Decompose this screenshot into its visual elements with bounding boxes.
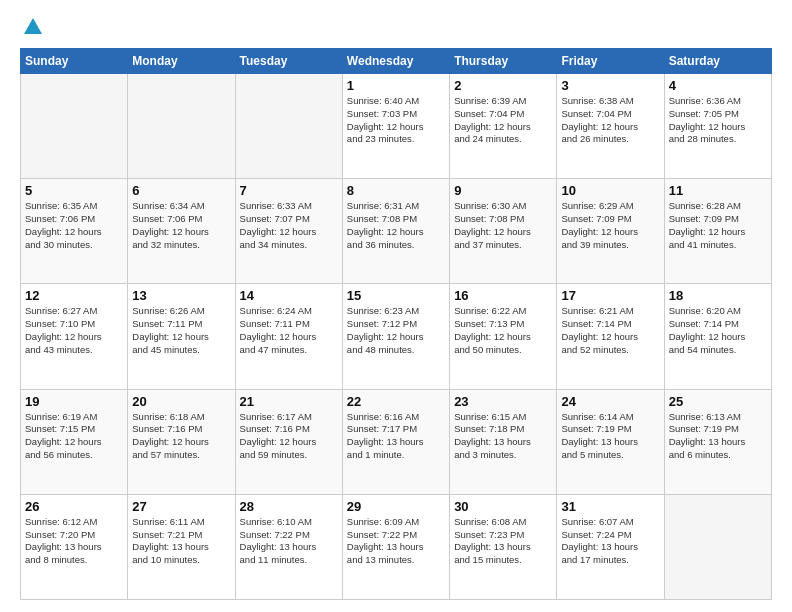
cell-text: Sunrise: 6:18 AM Sunset: 7:16 PM Dayligh… bbox=[132, 411, 230, 462]
day-number: 21 bbox=[240, 394, 338, 409]
calendar-cell: 28Sunrise: 6:10 AM Sunset: 7:22 PM Dayli… bbox=[235, 494, 342, 599]
calendar-cell: 4Sunrise: 6:36 AM Sunset: 7:05 PM Daylig… bbox=[664, 74, 771, 179]
calendar-day-header: Monday bbox=[128, 49, 235, 74]
calendar-cell: 30Sunrise: 6:08 AM Sunset: 7:23 PM Dayli… bbox=[450, 494, 557, 599]
day-number: 24 bbox=[561, 394, 659, 409]
calendar-cell: 29Sunrise: 6:09 AM Sunset: 7:22 PM Dayli… bbox=[342, 494, 449, 599]
calendar-cell: 19Sunrise: 6:19 AM Sunset: 7:15 PM Dayli… bbox=[21, 389, 128, 494]
calendar-day-header: Sunday bbox=[21, 49, 128, 74]
calendar-cell: 1Sunrise: 6:40 AM Sunset: 7:03 PM Daylig… bbox=[342, 74, 449, 179]
cell-text: Sunrise: 6:19 AM Sunset: 7:15 PM Dayligh… bbox=[25, 411, 123, 462]
cell-text: Sunrise: 6:38 AM Sunset: 7:04 PM Dayligh… bbox=[561, 95, 659, 146]
cell-text: Sunrise: 6:22 AM Sunset: 7:13 PM Dayligh… bbox=[454, 305, 552, 356]
day-number: 31 bbox=[561, 499, 659, 514]
day-number: 15 bbox=[347, 288, 445, 303]
cell-text: Sunrise: 6:15 AM Sunset: 7:18 PM Dayligh… bbox=[454, 411, 552, 462]
day-number: 28 bbox=[240, 499, 338, 514]
day-number: 13 bbox=[132, 288, 230, 303]
calendar-cell: 12Sunrise: 6:27 AM Sunset: 7:10 PM Dayli… bbox=[21, 284, 128, 389]
calendar-day-header: Tuesday bbox=[235, 49, 342, 74]
cell-text: Sunrise: 6:20 AM Sunset: 7:14 PM Dayligh… bbox=[669, 305, 767, 356]
cell-text: Sunrise: 6:39 AM Sunset: 7:04 PM Dayligh… bbox=[454, 95, 552, 146]
calendar-day-header: Friday bbox=[557, 49, 664, 74]
cell-text: Sunrise: 6:40 AM Sunset: 7:03 PM Dayligh… bbox=[347, 95, 445, 146]
calendar-week-row: 19Sunrise: 6:19 AM Sunset: 7:15 PM Dayli… bbox=[21, 389, 772, 494]
day-number: 5 bbox=[25, 183, 123, 198]
calendar-cell: 27Sunrise: 6:11 AM Sunset: 7:21 PM Dayli… bbox=[128, 494, 235, 599]
calendar-cell: 31Sunrise: 6:07 AM Sunset: 7:24 PM Dayli… bbox=[557, 494, 664, 599]
cell-text: Sunrise: 6:08 AM Sunset: 7:23 PM Dayligh… bbox=[454, 516, 552, 567]
calendar-cell: 25Sunrise: 6:13 AM Sunset: 7:19 PM Dayli… bbox=[664, 389, 771, 494]
cell-text: Sunrise: 6:24 AM Sunset: 7:11 PM Dayligh… bbox=[240, 305, 338, 356]
calendar-cell: 15Sunrise: 6:23 AM Sunset: 7:12 PM Dayli… bbox=[342, 284, 449, 389]
day-number: 9 bbox=[454, 183, 552, 198]
cell-text: Sunrise: 6:34 AM Sunset: 7:06 PM Dayligh… bbox=[132, 200, 230, 251]
day-number: 10 bbox=[561, 183, 659, 198]
day-number: 8 bbox=[347, 183, 445, 198]
calendar-day-header: Wednesday bbox=[342, 49, 449, 74]
cell-text: Sunrise: 6:27 AM Sunset: 7:10 PM Dayligh… bbox=[25, 305, 123, 356]
cell-text: Sunrise: 6:31 AM Sunset: 7:08 PM Dayligh… bbox=[347, 200, 445, 251]
cell-text: Sunrise: 6:16 AM Sunset: 7:17 PM Dayligh… bbox=[347, 411, 445, 462]
cell-text: Sunrise: 6:11 AM Sunset: 7:21 PM Dayligh… bbox=[132, 516, 230, 567]
day-number: 11 bbox=[669, 183, 767, 198]
calendar-cell: 5Sunrise: 6:35 AM Sunset: 7:06 PM Daylig… bbox=[21, 179, 128, 284]
day-number: 18 bbox=[669, 288, 767, 303]
calendar-cell: 22Sunrise: 6:16 AM Sunset: 7:17 PM Dayli… bbox=[342, 389, 449, 494]
calendar-week-row: 5Sunrise: 6:35 AM Sunset: 7:06 PM Daylig… bbox=[21, 179, 772, 284]
calendar-cell: 3Sunrise: 6:38 AM Sunset: 7:04 PM Daylig… bbox=[557, 74, 664, 179]
day-number: 25 bbox=[669, 394, 767, 409]
calendar-cell: 11Sunrise: 6:28 AM Sunset: 7:09 PM Dayli… bbox=[664, 179, 771, 284]
calendar-table: SundayMondayTuesdayWednesdayThursdayFrid… bbox=[20, 48, 772, 600]
cell-text: Sunrise: 6:35 AM Sunset: 7:06 PM Dayligh… bbox=[25, 200, 123, 251]
calendar-week-row: 12Sunrise: 6:27 AM Sunset: 7:10 PM Dayli… bbox=[21, 284, 772, 389]
day-number: 27 bbox=[132, 499, 230, 514]
calendar-cell bbox=[664, 494, 771, 599]
day-number: 29 bbox=[347, 499, 445, 514]
cell-text: Sunrise: 6:33 AM Sunset: 7:07 PM Dayligh… bbox=[240, 200, 338, 251]
calendar-cell: 9Sunrise: 6:30 AM Sunset: 7:08 PM Daylig… bbox=[450, 179, 557, 284]
calendar-cell: 6Sunrise: 6:34 AM Sunset: 7:06 PM Daylig… bbox=[128, 179, 235, 284]
cell-text: Sunrise: 6:30 AM Sunset: 7:08 PM Dayligh… bbox=[454, 200, 552, 251]
day-number: 7 bbox=[240, 183, 338, 198]
calendar-cell: 23Sunrise: 6:15 AM Sunset: 7:18 PM Dayli… bbox=[450, 389, 557, 494]
logo bbox=[20, 16, 44, 38]
cell-text: Sunrise: 6:12 AM Sunset: 7:20 PM Dayligh… bbox=[25, 516, 123, 567]
cell-text: Sunrise: 6:29 AM Sunset: 7:09 PM Dayligh… bbox=[561, 200, 659, 251]
day-number: 17 bbox=[561, 288, 659, 303]
calendar-cell: 2Sunrise: 6:39 AM Sunset: 7:04 PM Daylig… bbox=[450, 74, 557, 179]
cell-text: Sunrise: 6:17 AM Sunset: 7:16 PM Dayligh… bbox=[240, 411, 338, 462]
calendar-cell: 17Sunrise: 6:21 AM Sunset: 7:14 PM Dayli… bbox=[557, 284, 664, 389]
calendar-cell bbox=[128, 74, 235, 179]
day-number: 6 bbox=[132, 183, 230, 198]
day-number: 4 bbox=[669, 78, 767, 93]
day-number: 30 bbox=[454, 499, 552, 514]
day-number: 26 bbox=[25, 499, 123, 514]
cell-text: Sunrise: 6:14 AM Sunset: 7:19 PM Dayligh… bbox=[561, 411, 659, 462]
day-number: 20 bbox=[132, 394, 230, 409]
day-number: 14 bbox=[240, 288, 338, 303]
calendar-cell: 16Sunrise: 6:22 AM Sunset: 7:13 PM Dayli… bbox=[450, 284, 557, 389]
cell-text: Sunrise: 6:28 AM Sunset: 7:09 PM Dayligh… bbox=[669, 200, 767, 251]
cell-text: Sunrise: 6:09 AM Sunset: 7:22 PM Dayligh… bbox=[347, 516, 445, 567]
cell-text: Sunrise: 6:10 AM Sunset: 7:22 PM Dayligh… bbox=[240, 516, 338, 567]
calendar-cell: 20Sunrise: 6:18 AM Sunset: 7:16 PM Dayli… bbox=[128, 389, 235, 494]
calendar-week-row: 26Sunrise: 6:12 AM Sunset: 7:20 PM Dayli… bbox=[21, 494, 772, 599]
page: SundayMondayTuesdayWednesdayThursdayFrid… bbox=[0, 0, 792, 612]
day-number: 19 bbox=[25, 394, 123, 409]
day-number: 1 bbox=[347, 78, 445, 93]
header bbox=[20, 16, 772, 38]
calendar-cell: 7Sunrise: 6:33 AM Sunset: 7:07 PM Daylig… bbox=[235, 179, 342, 284]
calendar-cell: 18Sunrise: 6:20 AM Sunset: 7:14 PM Dayli… bbox=[664, 284, 771, 389]
calendar-cell: 14Sunrise: 6:24 AM Sunset: 7:11 PM Dayli… bbox=[235, 284, 342, 389]
calendar-cell: 21Sunrise: 6:17 AM Sunset: 7:16 PM Dayli… bbox=[235, 389, 342, 494]
calendar-cell: 24Sunrise: 6:14 AM Sunset: 7:19 PM Dayli… bbox=[557, 389, 664, 494]
day-number: 12 bbox=[25, 288, 123, 303]
cell-text: Sunrise: 6:21 AM Sunset: 7:14 PM Dayligh… bbox=[561, 305, 659, 356]
calendar-cell: 26Sunrise: 6:12 AM Sunset: 7:20 PM Dayli… bbox=[21, 494, 128, 599]
cell-text: Sunrise: 6:23 AM Sunset: 7:12 PM Dayligh… bbox=[347, 305, 445, 356]
svg-marker-0 bbox=[24, 18, 42, 34]
calendar-week-row: 1Sunrise: 6:40 AM Sunset: 7:03 PM Daylig… bbox=[21, 74, 772, 179]
cell-text: Sunrise: 6:26 AM Sunset: 7:11 PM Dayligh… bbox=[132, 305, 230, 356]
cell-text: Sunrise: 6:07 AM Sunset: 7:24 PM Dayligh… bbox=[561, 516, 659, 567]
